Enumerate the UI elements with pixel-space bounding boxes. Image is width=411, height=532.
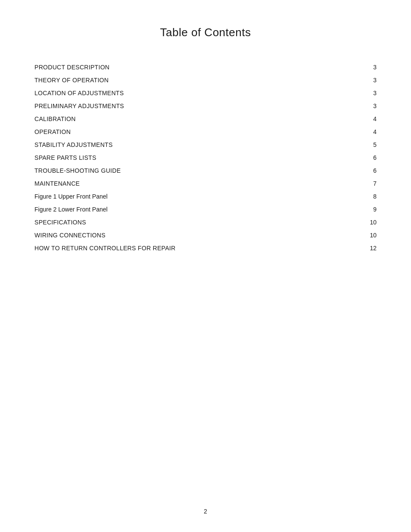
toc-entry-page: 3 [359,61,377,74]
toc-table: PRODUCT DESCRIPTION3THEORY OF OPERATION3… [34,61,377,255]
toc-row: SPECIFICATIONS10 [34,216,377,229]
toc-row: SPARE PARTS LISTS6 [34,151,377,164]
toc-row: CALIBRATION4 [34,112,377,125]
toc-entry-label: SPECIFICATIONS [34,216,359,229]
toc-entry-page: 4 [359,112,377,125]
toc-entry-label: WIRING CONNECTIONS [34,229,359,242]
toc-row: Figure 2 Lower Front Panel9 [34,203,377,216]
toc-entry-label: Figure 2 Lower Front Panel [34,203,359,216]
toc-entry-page: 7 [359,177,377,190]
toc-entry-label: THEORY OF OPERATION [34,74,359,87]
toc-entry-label: MAINTENANCE [34,177,359,190]
page-footer-number: 2 [0,508,411,515]
toc-entry-label: PRELIMINARY ADJUSTMENTS [34,100,359,112]
toc-entry-page: 6 [359,164,377,177]
toc-entry-label: HOW TO RETURN CONTROLLERS FOR REPAIR [34,242,359,255]
toc-entry-page: 4 [359,125,377,138]
toc-entry-page: 12 [359,242,377,255]
toc-row: MAINTENANCE7 [34,177,377,190]
toc-row: Figure 1 Upper Front Panel8 [34,190,377,203]
toc-entry-page: 9 [359,203,377,216]
toc-entry-label: OPERATION [34,125,359,138]
toc-entry-label: SPARE PARTS LISTS [34,151,359,164]
toc-row: PRODUCT DESCRIPTION3 [34,61,377,74]
toc-row: OPERATION4 [34,125,377,138]
toc-row: WIRING CONNECTIONS10 [34,229,377,242]
toc-row: TROUBLE-SHOOTING GUIDE6 [34,164,377,177]
toc-entry-page: 8 [359,190,377,203]
toc-entry-label: Figure 1 Upper Front Panel [34,190,359,203]
toc-entry-page: 10 [359,216,377,229]
toc-entry-page: 5 [359,138,377,151]
toc-entry-page: 10 [359,229,377,242]
toc-row: HOW TO RETURN CONTROLLERS FOR REPAIR12 [34,242,377,255]
page-title: Table of Contents [34,26,377,39]
toc-entry-label: CALIBRATION [34,112,359,125]
toc-entry-page: 3 [359,87,377,100]
toc-entry-page: 3 [359,74,377,87]
toc-entry-page: 3 [359,100,377,112]
toc-entry-label: LOCATION OF ADJUSTMENTS [34,87,359,100]
toc-entry-label: TROUBLE-SHOOTING GUIDE [34,164,359,177]
toc-entry-label: STABILITY ADJUSTMENTS [34,138,359,151]
toc-row: LOCATION OF ADJUSTMENTS3 [34,87,377,100]
toc-entry-label: PRODUCT DESCRIPTION [34,61,359,74]
page: Table of Contents PRODUCT DESCRIPTION3TH… [0,0,411,532]
toc-row: PRELIMINARY ADJUSTMENTS3 [34,100,377,112]
toc-entry-page: 6 [359,151,377,164]
toc-row: STABILITY ADJUSTMENTS5 [34,138,377,151]
toc-row: THEORY OF OPERATION3 [34,74,377,87]
